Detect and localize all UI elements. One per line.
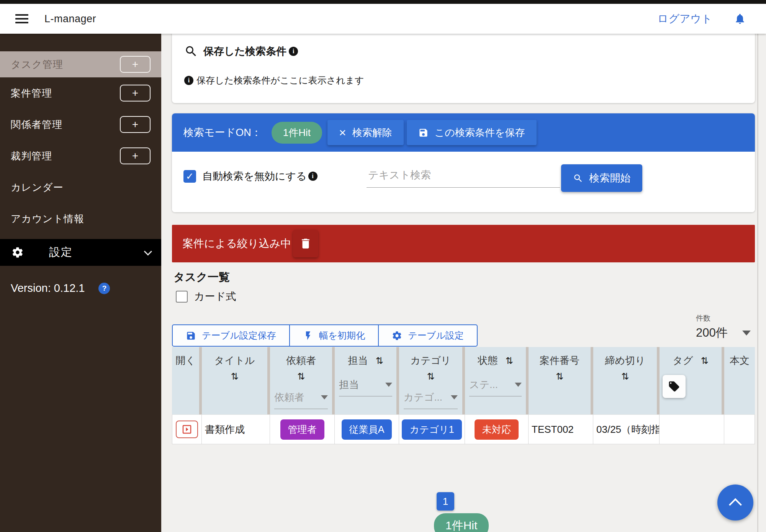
- search-mode-bar: 検索モードON： 1件Hit × 検索解除 この検索条件を保存: [172, 113, 755, 152]
- sidebar-item-settings[interactable]: 設定: [0, 239, 161, 266]
- info-icon[interactable]: i: [289, 47, 298, 56]
- category-badge: カテゴリ1: [402, 419, 462, 440]
- text-search-field: [367, 162, 560, 188]
- cell-case-number: TEST002: [529, 414, 593, 444]
- sort-icon[interactable]: ⇅: [375, 356, 383, 365]
- table-row: 書類作成 管理者 従業員A カテゴリ1 未対応 TEST002 03/25（時刻…: [172, 414, 755, 444]
- page-1-button[interactable]: 1: [437, 492, 454, 511]
- column-label: 担当: [348, 354, 368, 367]
- category-filter-select[interactable]: カテゴ...: [404, 391, 458, 409]
- sidebar-item-task-management[interactable]: タスク管理 +: [0, 51, 161, 77]
- info-icon: i: [184, 76, 193, 85]
- column-label: タグ: [673, 354, 693, 367]
- card-view-checkbox[interactable]: カード式: [176, 290, 236, 303]
- sort-icon[interactable]: ⇅: [621, 372, 629, 381]
- help-icon[interactable]: ?: [98, 283, 110, 294]
- cell-requester: 管理者: [270, 414, 335, 444]
- cell-open: [172, 414, 202, 444]
- plus-icon: +: [132, 151, 138, 161]
- add-case-button[interactable]: +: [120, 85, 151, 101]
- clear-search-label: 検索解除: [352, 126, 392, 139]
- checkbox-checked-icon: ✓: [183, 170, 196, 183]
- scrollbar[interactable]: [757, 34, 758, 532]
- search-icon: [573, 173, 583, 183]
- sidebar-item-account-info[interactable]: アカウント情報: [0, 203, 161, 234]
- column-label: 状態: [478, 354, 498, 367]
- requester-filter-select[interactable]: 依頼者: [274, 391, 327, 409]
- hit-count-badge: 1件Hit: [434, 513, 489, 532]
- sidebar: タスク管理 + 案件管理 + 関係者管理 + 裁判管理 + カレンダー アカウン…: [0, 34, 161, 532]
- row-count-select[interactable]: 件数 200件: [696, 313, 751, 341]
- save-table-settings-button[interactable]: テーブル設定保存: [172, 324, 290, 347]
- reset-width-button[interactable]: 幅を初期化: [289, 324, 379, 347]
- sort-icon[interactable]: ⇅: [297, 372, 305, 381]
- cell-category: カテゴリ1: [399, 414, 465, 444]
- checkbox-unchecked-icon: [176, 291, 188, 303]
- cell-tag: [660, 414, 724, 444]
- remove-case-filter-button[interactable]: [293, 230, 318, 257]
- sidebar-item-label: 裁判管理: [11, 149, 52, 163]
- sidebar-item-label: タスク管理: [11, 58, 63, 71]
- add-task-button[interactable]: +: [120, 56, 151, 73]
- column-label: 開く: [175, 354, 196, 367]
- clear-search-button[interactable]: × 検索解除: [327, 120, 404, 145]
- sort-icon[interactable]: ⇅: [505, 356, 513, 365]
- column-header-title: タイトル ⇅: [202, 347, 270, 414]
- sidebar-item-party-management[interactable]: 関係者管理 +: [0, 109, 161, 140]
- saved-search-empty-message: 保存した検索条件がここに表示されます: [196, 74, 364, 87]
- sort-icon[interactable]: ⇅: [231, 372, 238, 381]
- save-search-button[interactable]: この検索条件を保存: [407, 120, 537, 145]
- menu-icon[interactable]: [15, 14, 28, 23]
- column-header-assignee: 担当 ⇅ 担当: [335, 347, 399, 414]
- plus-icon: +: [132, 59, 138, 70]
- column-header-category: カテゴリ ⇅ カテゴ...: [399, 347, 465, 414]
- disable-auto-search-label: 自動検索を無効にする: [202, 169, 307, 183]
- text-search-input[interactable]: [367, 162, 560, 188]
- column-header-body: 本文: [724, 347, 755, 414]
- column-header-requester: 依頼者 ⇅ 依頼者: [270, 347, 335, 414]
- sidebar-item-trial-management[interactable]: 裁判管理 +: [0, 140, 161, 172]
- logout-link[interactable]: ログアウト: [658, 11, 712, 26]
- assignee-filter-select[interactable]: 担当: [339, 378, 392, 396]
- start-search-button[interactable]: 検索開始: [561, 164, 642, 192]
- sidebar-item-label: アカウント情報: [11, 212, 84, 226]
- save-table-settings-label: テーブル設定保存: [202, 329, 276, 342]
- scroll-to-top-button[interactable]: [717, 485, 753, 521]
- sidebar-item-case-management[interactable]: 案件管理 +: [0, 77, 161, 109]
- disable-auto-search-checkbox[interactable]: ✓ 自動検索を無効にする i: [183, 169, 318, 183]
- notifications-bell-icon[interactable]: [734, 13, 746, 25]
- app-screen: L-manager ログアウト タスク管理 + 案件管理 + 関係者管理 + 裁…: [0, 0, 766, 532]
- column-header-deadline: 締め切り ⇅: [593, 347, 660, 414]
- requester-badge: 管理者: [280, 419, 324, 440]
- header-actions: ログアウト: [658, 11, 746, 26]
- sort-icon[interactable]: ⇅: [427, 372, 434, 381]
- saved-search-card: 保存した検索条件 i i 保存した検索条件がここに表示されます: [172, 33, 755, 103]
- reset-width-label: 幅を初期化: [319, 329, 365, 342]
- table-settings-button[interactable]: テーブル設定: [378, 324, 478, 347]
- tag-filter-button[interactable]: [663, 375, 686, 398]
- version-text: Version: 0.12.1: [11, 282, 85, 295]
- sidebar-item-label: カレンダー: [11, 181, 63, 194]
- save-icon: [186, 331, 196, 341]
- sidebar-item-label: 案件管理: [11, 87, 52, 100]
- hit-count-badge: 1件Hit: [272, 122, 322, 144]
- status-filter-select[interactable]: ステ...: [469, 378, 522, 396]
- open-task-button[interactable]: [176, 421, 198, 438]
- saved-search-empty-row: i 保存した検索条件がここに表示されます: [172, 74, 755, 87]
- top-strip: [0, 0, 766, 4]
- saved-search-title: 保存した検索条件: [203, 44, 286, 58]
- cell-deadline: 03/25（時刻指: [593, 414, 660, 444]
- close-icon: ×: [339, 126, 346, 139]
- chevron-down-icon: [321, 395, 328, 399]
- add-trial-button[interactable]: +: [120, 147, 151, 164]
- tag-icon: [668, 380, 680, 393]
- sort-icon[interactable]: ⇅: [556, 372, 563, 381]
- sidebar-item-calendar[interactable]: カレンダー: [0, 172, 161, 203]
- add-party-button[interactable]: +: [120, 116, 151, 133]
- chevron-up-icon: [729, 498, 742, 511]
- sort-icon[interactable]: ⇅: [701, 356, 709, 365]
- task-list-title: タスク一覧: [173, 270, 230, 285]
- card-view-label: カード式: [194, 290, 236, 303]
- start-search-label: 検索開始: [589, 171, 631, 185]
- info-icon: i: [308, 172, 318, 181]
